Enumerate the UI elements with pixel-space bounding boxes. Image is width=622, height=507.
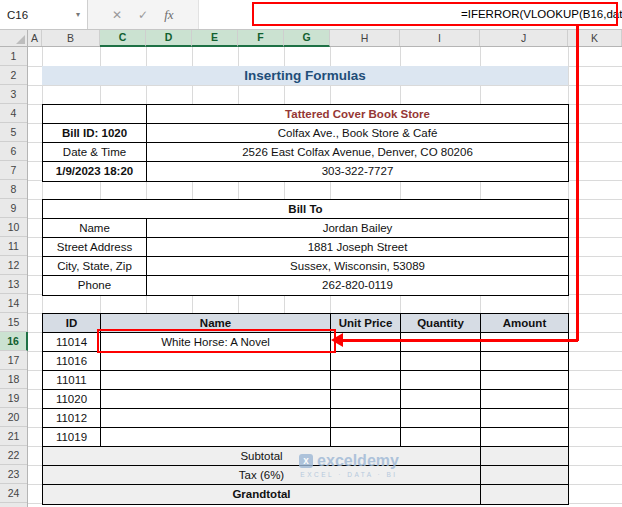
row-header-8[interactable]: 8 bbox=[0, 180, 27, 199]
cell-grandtotal-label[interactable]: Grandtotal bbox=[43, 485, 481, 504]
cell[interactable] bbox=[101, 409, 331, 428]
row-header-4[interactable]: 4 bbox=[0, 104, 27, 123]
row-header-24[interactable]: 24 bbox=[0, 484, 27, 503]
column-header-G[interactable]: G bbox=[284, 30, 330, 47]
column-header-B[interactable]: B bbox=[42, 30, 100, 46]
cell[interactable] bbox=[331, 390, 401, 409]
column-header-name[interactable]: Name bbox=[101, 314, 331, 333]
cell[interactable]: 11016 bbox=[43, 352, 101, 371]
insert-function-icon[interactable]: fx bbox=[164, 7, 173, 23]
row-header-12[interactable]: 12 bbox=[0, 256, 27, 275]
column-header-id[interactable]: ID bbox=[43, 314, 101, 333]
row-header-2[interactable]: 2 bbox=[0, 66, 27, 85]
cell-C16[interactable]: White Horse: A Novel bbox=[101, 333, 331, 352]
cell[interactable] bbox=[331, 428, 401, 447]
row-header-10[interactable]: 10 bbox=[0, 218, 27, 237]
cell[interactable] bbox=[43, 105, 147, 124]
row-header-21[interactable]: 21 bbox=[0, 427, 27, 446]
column-header-H[interactable]: H bbox=[330, 30, 400, 46]
column-header-F[interactable]: F bbox=[238, 30, 284, 47]
cell[interactable]: 262-820-0119 bbox=[147, 276, 568, 295]
cell[interactable]: Sussex, Wisconsin, 53089 bbox=[147, 257, 568, 276]
name-box-dropdown-icon[interactable]: ▾ bbox=[76, 10, 80, 19]
cell[interactable]: Colfax Ave., Book Store & Café bbox=[147, 124, 568, 143]
row-header-11[interactable]: 11 bbox=[0, 237, 27, 256]
cell-B16[interactable]: 11014 bbox=[43, 333, 101, 352]
cell[interactable] bbox=[401, 333, 481, 352]
cell[interactable]: Name bbox=[43, 219, 147, 238]
cell[interactable]: City, State, Zip bbox=[43, 257, 147, 276]
cell[interactable] bbox=[481, 428, 568, 447]
cell[interactable]: 11011 bbox=[43, 371, 101, 390]
column-header-quantity[interactable]: Quantity bbox=[401, 314, 481, 333]
name-box[interactable]: C16 ▾ bbox=[0, 0, 88, 29]
cell[interactable] bbox=[401, 390, 481, 409]
cell[interactable]: 11020 bbox=[43, 390, 101, 409]
cell[interactable] bbox=[331, 371, 401, 390]
cell[interactable] bbox=[401, 428, 481, 447]
cell[interactable] bbox=[481, 333, 568, 352]
cell[interactable] bbox=[101, 428, 331, 447]
cell-bill-to-header[interactable]: Bill To bbox=[43, 200, 568, 219]
cancel-icon[interactable]: ✕ bbox=[112, 8, 122, 22]
cell-date-time-value[interactable]: 1/9/2023 18:20 bbox=[43, 162, 147, 181]
cell[interactable] bbox=[481, 390, 568, 409]
column-header-J[interactable]: J bbox=[480, 30, 568, 46]
cell[interactable] bbox=[481, 371, 568, 390]
cell[interactable] bbox=[401, 352, 481, 371]
cell[interactable] bbox=[331, 352, 401, 371]
column-header-I[interactable]: I bbox=[400, 30, 480, 46]
column-header-K[interactable]: K bbox=[568, 30, 622, 46]
cell-subtotal-label[interactable]: Subtotal bbox=[43, 447, 481, 466]
cell[interactable]: Phone bbox=[43, 276, 147, 295]
cell[interactable]: 11012 bbox=[43, 409, 101, 428]
select-all-corner[interactable] bbox=[0, 30, 28, 47]
row-header-19[interactable]: 19 bbox=[0, 389, 27, 408]
cell-date-time-label[interactable]: Date & Time bbox=[43, 143, 147, 162]
row-header-17[interactable]: 17 bbox=[0, 351, 27, 370]
cell-subtotal-value[interactable] bbox=[481, 447, 568, 466]
cell[interactable] bbox=[101, 352, 331, 371]
row-header-7[interactable]: 7 bbox=[0, 161, 27, 180]
cell[interactable] bbox=[401, 409, 481, 428]
row-header-16[interactable]: 16 bbox=[0, 332, 28, 351]
row-header-23[interactable]: 23 bbox=[0, 465, 27, 484]
cell[interactable] bbox=[401, 371, 481, 390]
column-header-D[interactable]: D bbox=[146, 30, 192, 47]
cell[interactable] bbox=[481, 409, 568, 428]
cell[interactable]: 11019 bbox=[43, 428, 101, 447]
row-header-15[interactable]: 15 bbox=[0, 313, 27, 332]
row-header-22[interactable]: 22 bbox=[0, 446, 27, 465]
row-header-13[interactable]: 13 bbox=[0, 275, 27, 294]
cell-tax-value[interactable] bbox=[481, 466, 568, 485]
column-header-C[interactable]: C bbox=[100, 30, 146, 47]
column-header-A[interactable]: A bbox=[28, 30, 42, 46]
cell[interactable]: 2526 East Colfax Avenue, Denver, CO 8020… bbox=[147, 143, 568, 162]
row-header-6[interactable]: 6 bbox=[0, 142, 27, 161]
row-header-20[interactable]: 20 bbox=[0, 408, 27, 427]
cell-bill-id[interactable]: Bill ID: 1020 bbox=[43, 124, 147, 143]
row-header-9[interactable]: 9 bbox=[0, 199, 27, 218]
cell[interactable]: Street Address bbox=[43, 238, 147, 257]
cell-grandtotal-value[interactable] bbox=[481, 485, 568, 504]
column-header-amount[interactable]: Amount bbox=[481, 314, 568, 333]
cell[interactable]: 1881 Joseph Street bbox=[147, 238, 568, 257]
cell[interactable]: Jordan Bailey bbox=[147, 219, 568, 238]
row-header-5[interactable]: 5 bbox=[0, 123, 27, 142]
enter-icon[interactable]: ✓ bbox=[138, 8, 148, 22]
cell-store-name[interactable]: Tattered Cover Book Store bbox=[147, 105, 568, 124]
cell[interactable] bbox=[101, 371, 331, 390]
row-header-18[interactable]: 18 bbox=[0, 370, 27, 389]
column-header-unit-price[interactable]: Unit Price bbox=[331, 314, 401, 333]
cell-tax-label[interactable]: Tax (6%) bbox=[43, 466, 481, 485]
column-header-E[interactable]: E bbox=[192, 30, 238, 47]
formula-bar[interactable]: =IFERROR(VLOOKUP(B16,dataset!$B$5:$D$14,… bbox=[198, 0, 622, 29]
cell[interactable] bbox=[331, 409, 401, 428]
cell[interactable] bbox=[481, 352, 568, 371]
cell-phone-store[interactable]: 303-322-7727 bbox=[147, 162, 568, 181]
cell[interactable] bbox=[331, 333, 401, 352]
row-header-1[interactable]: 1 bbox=[0, 47, 27, 66]
row-header-14[interactable]: 14 bbox=[0, 294, 27, 313]
cell[interactable] bbox=[101, 390, 331, 409]
row-header-3[interactable]: 3 bbox=[0, 85, 27, 104]
